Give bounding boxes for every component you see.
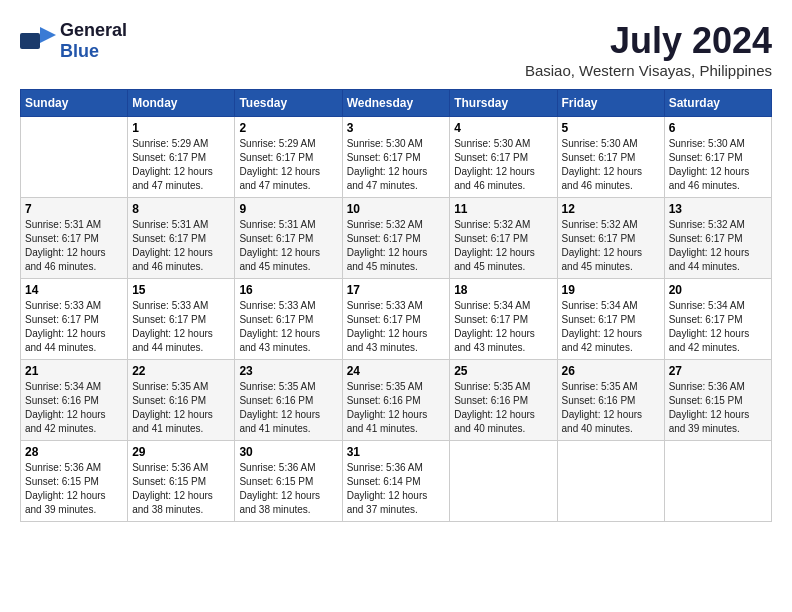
calendar-cell: 27Sunrise: 5:36 AMSunset: 6:15 PMDayligh… — [664, 360, 771, 441]
calendar-cell: 24Sunrise: 5:35 AMSunset: 6:16 PMDayligh… — [342, 360, 450, 441]
day-info: Sunrise: 5:33 AMSunset: 6:17 PMDaylight:… — [239, 299, 337, 355]
calendar-cell — [21, 117, 128, 198]
calendar-cell: 10Sunrise: 5:32 AMSunset: 6:17 PMDayligh… — [342, 198, 450, 279]
day-info: Sunrise: 5:35 AMSunset: 6:16 PMDaylight:… — [347, 380, 446, 436]
title-area: July 2024 Basiao, Western Visayas, Phili… — [525, 20, 772, 79]
svg-rect-0 — [20, 33, 40, 49]
calendar-cell — [450, 441, 557, 522]
day-info: Sunrise: 5:31 AMSunset: 6:17 PMDaylight:… — [132, 218, 230, 274]
day-info: Sunrise: 5:36 AMSunset: 6:15 PMDaylight:… — [132, 461, 230, 517]
calendar-cell: 8Sunrise: 5:31 AMSunset: 6:17 PMDaylight… — [128, 198, 235, 279]
day-info: Sunrise: 5:29 AMSunset: 6:17 PMDaylight:… — [132, 137, 230, 193]
day-number: 30 — [239, 445, 337, 459]
week-row-3: 14Sunrise: 5:33 AMSunset: 6:17 PMDayligh… — [21, 279, 772, 360]
calendar-cell: 19Sunrise: 5:34 AMSunset: 6:17 PMDayligh… — [557, 279, 664, 360]
header: General Blue July 2024 Basiao, Western V… — [20, 20, 772, 79]
day-info: Sunrise: 5:33 AMSunset: 6:17 PMDaylight:… — [25, 299, 123, 355]
calendar-cell: 13Sunrise: 5:32 AMSunset: 6:17 PMDayligh… — [664, 198, 771, 279]
day-number: 6 — [669, 121, 767, 135]
week-row-5: 28Sunrise: 5:36 AMSunset: 6:15 PMDayligh… — [21, 441, 772, 522]
calendar-cell: 18Sunrise: 5:34 AMSunset: 6:17 PMDayligh… — [450, 279, 557, 360]
day-info: Sunrise: 5:35 AMSunset: 6:16 PMDaylight:… — [454, 380, 552, 436]
calendar-cell: 12Sunrise: 5:32 AMSunset: 6:17 PMDayligh… — [557, 198, 664, 279]
calendar-cell — [557, 441, 664, 522]
day-number: 7 — [25, 202, 123, 216]
day-info: Sunrise: 5:32 AMSunset: 6:17 PMDaylight:… — [347, 218, 446, 274]
subtitle: Basiao, Western Visayas, Philippines — [525, 62, 772, 79]
day-number: 22 — [132, 364, 230, 378]
calendar-cell: 31Sunrise: 5:36 AMSunset: 6:14 PMDayligh… — [342, 441, 450, 522]
calendar-cell: 17Sunrise: 5:33 AMSunset: 6:17 PMDayligh… — [342, 279, 450, 360]
day-number: 31 — [347, 445, 446, 459]
calendar-cell: 26Sunrise: 5:35 AMSunset: 6:16 PMDayligh… — [557, 360, 664, 441]
day-number: 13 — [669, 202, 767, 216]
day-number: 27 — [669, 364, 767, 378]
day-info: Sunrise: 5:31 AMSunset: 6:17 PMDaylight:… — [239, 218, 337, 274]
logo-icon — [20, 27, 56, 55]
calendar-cell: 2Sunrise: 5:29 AMSunset: 6:17 PMDaylight… — [235, 117, 342, 198]
logo-blue: Blue — [60, 41, 99, 61]
calendar-cell: 14Sunrise: 5:33 AMSunset: 6:17 PMDayligh… — [21, 279, 128, 360]
calendar-cell: 28Sunrise: 5:36 AMSunset: 6:15 PMDayligh… — [21, 441, 128, 522]
calendar-cell: 9Sunrise: 5:31 AMSunset: 6:17 PMDaylight… — [235, 198, 342, 279]
day-number: 11 — [454, 202, 552, 216]
calendar-cell: 23Sunrise: 5:35 AMSunset: 6:16 PMDayligh… — [235, 360, 342, 441]
svg-marker-1 — [40, 27, 56, 43]
calendar-cell: 15Sunrise: 5:33 AMSunset: 6:17 PMDayligh… — [128, 279, 235, 360]
day-info: Sunrise: 5:32 AMSunset: 6:17 PMDaylight:… — [562, 218, 660, 274]
calendar-cell: 11Sunrise: 5:32 AMSunset: 6:17 PMDayligh… — [450, 198, 557, 279]
calendar-cell: 3Sunrise: 5:30 AMSunset: 6:17 PMDaylight… — [342, 117, 450, 198]
calendar-cell: 4Sunrise: 5:30 AMSunset: 6:17 PMDaylight… — [450, 117, 557, 198]
header-monday: Monday — [128, 90, 235, 117]
day-info: Sunrise: 5:31 AMSunset: 6:17 PMDaylight:… — [25, 218, 123, 274]
day-info: Sunrise: 5:30 AMSunset: 6:17 PMDaylight:… — [454, 137, 552, 193]
day-info: Sunrise: 5:32 AMSunset: 6:17 PMDaylight:… — [454, 218, 552, 274]
calendar-cell: 20Sunrise: 5:34 AMSunset: 6:17 PMDayligh… — [664, 279, 771, 360]
day-number: 21 — [25, 364, 123, 378]
day-info: Sunrise: 5:34 AMSunset: 6:16 PMDaylight:… — [25, 380, 123, 436]
day-info: Sunrise: 5:29 AMSunset: 6:17 PMDaylight:… — [239, 137, 337, 193]
day-info: Sunrise: 5:34 AMSunset: 6:17 PMDaylight:… — [669, 299, 767, 355]
day-number: 3 — [347, 121, 446, 135]
day-number: 19 — [562, 283, 660, 297]
week-row-1: 1Sunrise: 5:29 AMSunset: 6:17 PMDaylight… — [21, 117, 772, 198]
day-info: Sunrise: 5:30 AMSunset: 6:17 PMDaylight:… — [562, 137, 660, 193]
day-info: Sunrise: 5:34 AMSunset: 6:17 PMDaylight:… — [454, 299, 552, 355]
day-info: Sunrise: 5:36 AMSunset: 6:15 PMDaylight:… — [25, 461, 123, 517]
week-row-2: 7Sunrise: 5:31 AMSunset: 6:17 PMDaylight… — [21, 198, 772, 279]
header-tuesday: Tuesday — [235, 90, 342, 117]
calendar-header: SundayMondayTuesdayWednesdayThursdayFrid… — [21, 90, 772, 117]
day-info: Sunrise: 5:36 AMSunset: 6:15 PMDaylight:… — [669, 380, 767, 436]
logo-general: General — [60, 20, 127, 40]
header-sunday: Sunday — [21, 90, 128, 117]
day-number: 25 — [454, 364, 552, 378]
header-wednesday: Wednesday — [342, 90, 450, 117]
logo-text: General Blue — [60, 20, 127, 62]
calendar-cell: 21Sunrise: 5:34 AMSunset: 6:16 PMDayligh… — [21, 360, 128, 441]
calendar-body: 1Sunrise: 5:29 AMSunset: 6:17 PMDaylight… — [21, 117, 772, 522]
day-info: Sunrise: 5:30 AMSunset: 6:17 PMDaylight:… — [669, 137, 767, 193]
calendar-cell: 6Sunrise: 5:30 AMSunset: 6:17 PMDaylight… — [664, 117, 771, 198]
day-number: 2 — [239, 121, 337, 135]
calendar-cell: 25Sunrise: 5:35 AMSunset: 6:16 PMDayligh… — [450, 360, 557, 441]
day-info: Sunrise: 5:35 AMSunset: 6:16 PMDaylight:… — [239, 380, 337, 436]
calendar-table: SundayMondayTuesdayWednesdayThursdayFrid… — [20, 89, 772, 522]
header-saturday: Saturday — [664, 90, 771, 117]
day-number: 28 — [25, 445, 123, 459]
day-number: 9 — [239, 202, 337, 216]
main-title: July 2024 — [525, 20, 772, 62]
header-thursday: Thursday — [450, 90, 557, 117]
day-number: 8 — [132, 202, 230, 216]
day-number: 17 — [347, 283, 446, 297]
day-info: Sunrise: 5:36 AMSunset: 6:14 PMDaylight:… — [347, 461, 446, 517]
header-friday: Friday — [557, 90, 664, 117]
logo: General Blue — [20, 20, 127, 62]
day-info: Sunrise: 5:35 AMSunset: 6:16 PMDaylight:… — [562, 380, 660, 436]
day-number: 23 — [239, 364, 337, 378]
calendar-cell: 1Sunrise: 5:29 AMSunset: 6:17 PMDaylight… — [128, 117, 235, 198]
calendar-cell: 29Sunrise: 5:36 AMSunset: 6:15 PMDayligh… — [128, 441, 235, 522]
calendar-cell — [664, 441, 771, 522]
day-number: 26 — [562, 364, 660, 378]
day-number: 14 — [25, 283, 123, 297]
day-info: Sunrise: 5:32 AMSunset: 6:17 PMDaylight:… — [669, 218, 767, 274]
